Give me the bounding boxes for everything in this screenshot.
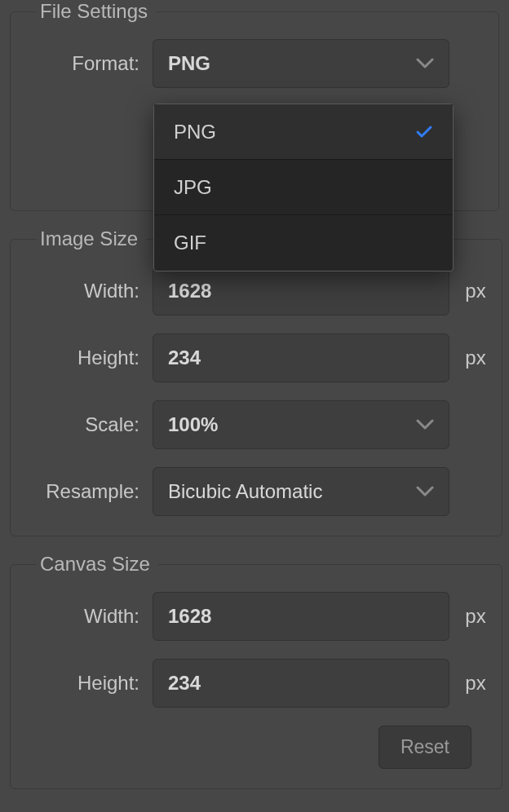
- canvas-width-input[interactable]: [153, 592, 449, 641]
- chevron-down-icon: [416, 419, 434, 430]
- format-dropdown-panel: PNG JPG GIF: [153, 104, 454, 271]
- image-size-group: Image Size Width: px Height: px Scale: 1…: [10, 227, 502, 536]
- image-height-label: Height:: [22, 346, 153, 369]
- canvas-width-label: Width:: [22, 605, 153, 628]
- image-height-unit: px: [449, 346, 490, 369]
- reset-row: Reset: [22, 726, 490, 769]
- format-select[interactable]: PNG: [153, 39, 449, 88]
- canvas-height-unit: px: [449, 672, 490, 695]
- format-option-gif[interactable]: GIF: [154, 215, 453, 271]
- check-icon: [415, 125, 433, 139]
- format-option-label: GIF: [174, 232, 206, 254]
- canvas-size-legend: Canvas Size: [37, 553, 158, 576]
- canvas-height-label: Height:: [22, 672, 153, 695]
- format-row: Format: PNG: [22, 39, 487, 88]
- format-option-label: JPG: [174, 176, 212, 199]
- canvas-width-unit: px: [449, 605, 490, 628]
- format-option-jpg[interactable]: JPG: [154, 160, 453, 215]
- image-height-row: Height: px: [22, 333, 490, 382]
- format-label: Format:: [22, 52, 153, 75]
- image-width-unit: px: [449, 280, 490, 302]
- format-option-png[interactable]: PNG: [154, 104, 453, 160]
- file-settings-legend: File Settings: [37, 0, 156, 23]
- resample-row: Resample: Bicubic Automatic: [22, 467, 490, 516]
- scale-label: Scale:: [22, 413, 153, 436]
- resample-select[interactable]: Bicubic Automatic: [153, 467, 449, 516]
- chevron-down-icon: [416, 486, 434, 497]
- image-width-input[interactable]: [153, 267, 449, 316]
- resample-label: Resample:: [22, 480, 153, 503]
- image-height-input[interactable]: [153, 333, 449, 382]
- image-width-label: Width:: [22, 280, 153, 302]
- resample-value: Bicubic Automatic: [168, 480, 322, 503]
- reset-button[interactable]: Reset: [378, 726, 471, 769]
- scale-value: 100%: [168, 413, 218, 436]
- chevron-down-icon: [416, 58, 434, 69]
- scale-row: Scale: 100%: [22, 400, 490, 449]
- image-size-legend: Image Size: [37, 227, 146, 250]
- image-width-row: Width: px: [22, 267, 490, 316]
- canvas-height-input[interactable]: [153, 659, 449, 708]
- scale-select[interactable]: 100%: [153, 400, 449, 449]
- canvas-width-row: Width: px: [22, 592, 490, 641]
- canvas-height-row: Height: px: [22, 659, 490, 708]
- canvas-size-group: Canvas Size Width: px Height: px Reset: [10, 553, 502, 789]
- format-value: PNG: [168, 52, 210, 75]
- format-option-label: PNG: [174, 121, 216, 143]
